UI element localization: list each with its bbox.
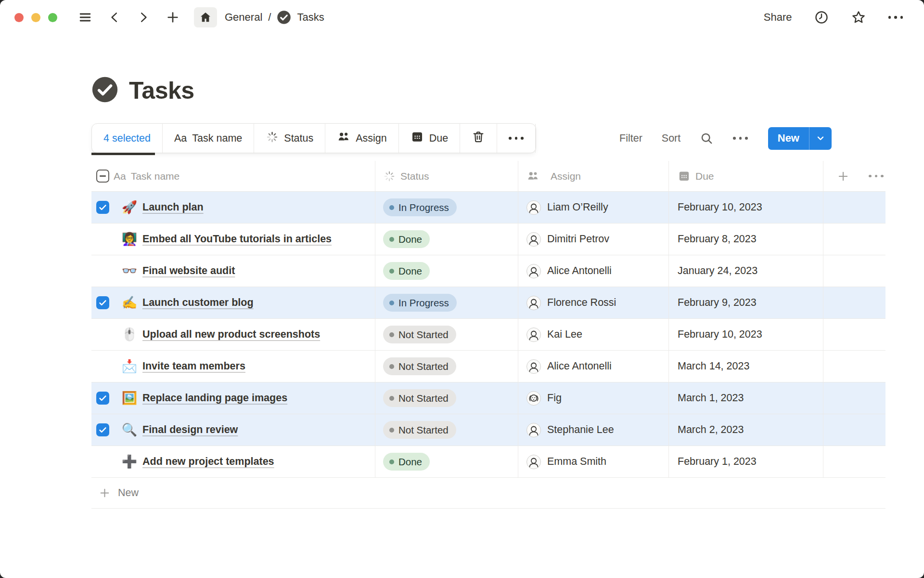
due-cell[interactable]: March 14, 2023 xyxy=(669,351,823,382)
status-pill[interactable]: Not Started xyxy=(383,326,456,343)
filter-button[interactable]: Filter xyxy=(619,132,642,144)
task-title-link[interactable]: Upload all new product screenshots xyxy=(142,328,320,341)
property-button-status[interactable]: Status xyxy=(254,124,325,153)
row-checkbox[interactable] xyxy=(96,296,109,309)
assign-cell[interactable]: Kai Lee xyxy=(518,319,669,350)
status-pill[interactable]: Not Started xyxy=(383,421,456,439)
assign-cell[interactable]: Emma Smith xyxy=(518,446,669,477)
status-cell[interactable]: Not Started xyxy=(375,382,518,414)
due-cell[interactable]: February 1, 2023 xyxy=(669,446,823,477)
status-cell[interactable]: In Progress xyxy=(375,287,518,318)
task-emoji: 👩‍🏫 xyxy=(121,232,138,247)
property-button-task-name[interactable]: Aa Task name xyxy=(163,124,254,153)
status-pill[interactable]: In Progress xyxy=(383,294,457,312)
new-button[interactable]: New xyxy=(768,132,809,144)
status-pill[interactable]: In Progress xyxy=(383,198,457,216)
task-emoji: 🔍 xyxy=(121,422,138,437)
zoom-window-button[interactable] xyxy=(48,13,57,22)
table-body: 🚀 Launch plan In Progress xyxy=(91,192,886,478)
back-icon[interactable] xyxy=(108,11,121,24)
status-dot-icon xyxy=(389,460,394,464)
more-options-icon[interactable] xyxy=(888,16,903,19)
column-header-task-name[interactable]: Aa Task name xyxy=(114,161,375,191)
history-clock-icon[interactable] xyxy=(814,10,829,25)
select-all-checkbox[interactable] xyxy=(96,170,109,183)
due-cell[interactable]: March 2, 2023 xyxy=(669,414,823,446)
task-title-link[interactable]: Embed all YouTube tutorials in articles xyxy=(142,233,332,245)
task-emoji: 🚀 xyxy=(121,200,138,215)
property-button-assign[interactable]: Assign xyxy=(325,124,399,153)
status-cell[interactable]: Done xyxy=(375,255,518,287)
people-icon xyxy=(337,130,350,146)
new-button-chevron-down-icon[interactable] xyxy=(809,133,832,144)
status-cell[interactable]: Done xyxy=(375,446,518,477)
table-row: ➕ Add new project templates Done xyxy=(91,446,886,478)
page-check-circle-icon[interactable] xyxy=(91,76,118,105)
delete-selected-button[interactable] xyxy=(460,124,497,153)
status-cell[interactable]: In Progress xyxy=(375,192,518,223)
status-pill[interactable]: Done xyxy=(383,262,430,280)
task-title-link[interactable]: Replace landing page images xyxy=(142,392,287,404)
favorite-star-icon[interactable] xyxy=(851,10,866,25)
row-checkbox[interactable] xyxy=(96,423,109,436)
sort-button[interactable]: Sort xyxy=(662,132,680,144)
status-pill[interactable]: Done xyxy=(383,453,430,471)
due-cell[interactable]: February 10, 2023 xyxy=(669,319,823,350)
avatar xyxy=(526,359,541,374)
home-icon xyxy=(199,11,212,24)
task-title-link[interactable]: Launch customer blog xyxy=(142,297,254,309)
assign-cell[interactable]: Stephanie Lee xyxy=(518,414,669,446)
status-pill[interactable]: Done xyxy=(383,230,430,248)
status-pill[interactable]: Not Started xyxy=(383,357,456,375)
toolbar-more-button[interactable] xyxy=(497,124,536,153)
task-title-link[interactable]: Final design review xyxy=(142,424,238,436)
share-button[interactable]: Share xyxy=(764,11,792,24)
due-cell[interactable]: February 8, 2023 xyxy=(669,223,823,255)
property-button-due[interactable]: Due xyxy=(399,124,460,153)
forward-icon[interactable] xyxy=(137,11,150,24)
assign-cell[interactable]: Liam O’Reilly xyxy=(518,192,669,223)
column-header-due[interactable]: Due xyxy=(669,161,823,191)
status-cell[interactable]: Not Started xyxy=(375,319,518,350)
close-window-button[interactable] xyxy=(14,13,24,22)
window-titlebar: General / Tasks Share xyxy=(0,0,924,35)
task-title-link[interactable]: Invite team members xyxy=(142,360,245,372)
new-tab-icon[interactable] xyxy=(166,11,180,24)
home-button[interactable] xyxy=(194,7,217,27)
add-column-icon[interactable] xyxy=(837,170,849,183)
search-icon[interactable] xyxy=(700,131,714,145)
view-options-icon[interactable] xyxy=(733,137,748,140)
table-options-icon[interactable] xyxy=(869,175,884,178)
row-checkbox[interactable] xyxy=(96,201,109,214)
column-header-status[interactable]: Status xyxy=(375,161,518,191)
column-header-assign[interactable]: Assign xyxy=(518,161,669,191)
due-cell[interactable]: February 10, 2023 xyxy=(669,192,823,223)
status-cell[interactable]: Done xyxy=(375,223,518,255)
task-title-link[interactable]: Add new project templates xyxy=(142,456,274,468)
breadcrumb-root[interactable]: General xyxy=(225,11,262,24)
assign-cell[interactable]: Florence Rossi xyxy=(518,287,669,318)
assign-cell[interactable]: Alice Antonelli xyxy=(518,351,669,382)
status-pill[interactable]: Not Started xyxy=(383,389,456,407)
minimize-window-button[interactable] xyxy=(31,13,40,22)
calendar-icon xyxy=(678,170,691,183)
task-title-link[interactable]: Launch plan xyxy=(142,201,204,213)
task-emoji: 🖼️ xyxy=(121,391,138,406)
table-row: 🚀 Launch plan In Progress xyxy=(91,192,886,223)
due-cell[interactable]: March 1, 2023 xyxy=(669,382,823,414)
assign-cell[interactable]: Alice Antonelli xyxy=(518,255,669,287)
row-checkbox[interactable] xyxy=(96,392,109,405)
sidebar-menu-icon[interactable] xyxy=(78,11,92,24)
assign-cell[interactable]: Dimitri Petrov xyxy=(518,223,669,255)
due-cell[interactable]: February 9, 2023 xyxy=(669,287,823,318)
avatar xyxy=(526,391,541,406)
new-row-button[interactable]: New xyxy=(91,478,886,509)
breadcrumb-page[interactable]: Tasks xyxy=(297,11,324,24)
task-title-link[interactable]: Final website audit xyxy=(142,265,235,277)
selection-count-tab[interactable]: 4 selected xyxy=(92,124,163,153)
due-cell[interactable]: January 24, 2023 xyxy=(669,255,823,287)
assign-cell[interactable]: Fig xyxy=(518,382,669,414)
status-cell[interactable]: Not Started xyxy=(375,414,518,446)
task-emoji: 📩 xyxy=(121,359,138,374)
status-cell[interactable]: Not Started xyxy=(375,351,518,382)
